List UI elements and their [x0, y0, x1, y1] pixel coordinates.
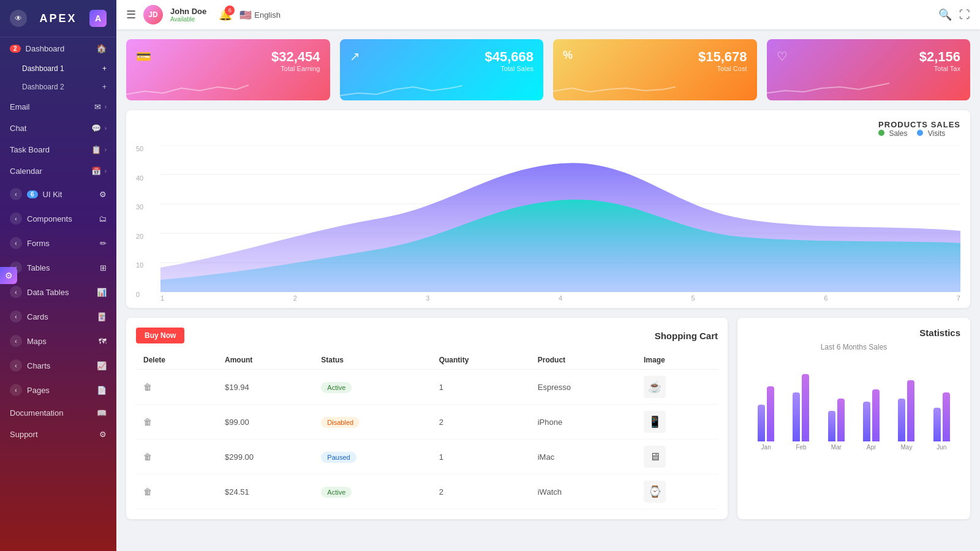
buy-now-button[interactable]: Buy Now — [136, 328, 184, 343]
bar-group: May — [892, 380, 920, 451]
image-cell: 🖥 — [636, 440, 718, 474]
table-row: 🗑 $299.00 Paused 1 iMac 🖥 — [136, 440, 718, 474]
calendar-icon: 📅 — [91, 167, 101, 176]
delete-icon[interactable]: 🗑 — [143, 452, 152, 462]
sidebar-item-dashboard[interactable]: 2 Dashboard 🏠 — [0, 37, 116, 59]
topbar-right: 🔍 ⛶ — [938, 8, 970, 21]
eye-toggle-button[interactable]: 👁 — [10, 10, 27, 27]
charts-collapse[interactable]: ‹ — [10, 359, 22, 372]
user-avatar: JD — [143, 5, 163, 24]
amount-cell: $99.00 — [217, 405, 314, 440]
sidebar-item-forms[interactable]: ‹ Forms ✏ — [0, 231, 116, 255]
sidebar-item-uikit[interactable]: ‹ 6 UI Kit ⚙ — [0, 182, 116, 206]
status-cell: Active — [314, 370, 431, 405]
col-status: Status — [314, 351, 431, 370]
forms-icon: ✏ — [100, 239, 107, 248]
chat-chevron: › — [105, 125, 107, 132]
datatables-collapse[interactable]: ‹ — [10, 286, 22, 298]
stat-card-tax: ♡ $2,156 Total Tax — [767, 39, 971, 100]
sidebar-item-chat[interactable]: Chat 💬 › — [0, 118, 116, 139]
content-area: 💳 $32,454 Total Earning ↗ $45,668 Total … — [116, 29, 980, 551]
table-row: 🗑 $99.00 Disabled 2 iPhone 📱 — [136, 405, 718, 440]
maps-collapse[interactable]: ‹ — [10, 335, 22, 347]
sidebar-item-taskboard[interactable]: Task Board 📋 › — [0, 139, 116, 160]
earning-amount: $32,454 — [271, 49, 320, 65]
cost-sparkline — [553, 76, 676, 100]
delete-icon[interactable]: 🗑 — [143, 487, 152, 497]
sidebar-item-calendar[interactable]: Calendar 📅 › — [0, 160, 116, 182]
bar-b — [872, 389, 880, 441]
quantity-cell: 2 — [432, 474, 530, 509]
tables-icon: ⊞ — [100, 263, 107, 272]
chart-legend: Sales Visits — [878, 129, 960, 138]
amount-cell: $299.00 — [217, 440, 314, 474]
bar-a — [758, 405, 765, 441]
status-badge: Disabled — [321, 417, 360, 428]
sidebar-item-tables[interactable]: ‹ Tables ⊞ — [0, 255, 116, 280]
sales-label: Total Sales — [484, 65, 533, 72]
bar-pair — [863, 389, 880, 441]
sidebar-item-email[interactable]: Email ✉ › — [0, 96, 116, 118]
product-image: 📱 — [644, 411, 666, 433]
earning-sparkline — [126, 76, 249, 100]
sidebar-item-components[interactable]: ‹ Components 🗂 — [0, 206, 116, 231]
settings-float-button[interactable]: ⚙ — [0, 267, 17, 284]
dashboard-badge: 2 — [10, 45, 21, 53]
area-chart-svg — [160, 145, 960, 292]
sidebar-item-dashboard2[interactable]: Dashboard 2 + — [0, 78, 116, 96]
stat-card-sales: ↗ $45,668 Total Sales — [340, 39, 544, 100]
product-cell: iWatch — [530, 474, 636, 509]
legend-visits: Visits — [917, 129, 945, 138]
bar-group: Mar — [823, 399, 850, 451]
pages-collapse[interactable]: ‹ — [10, 384, 22, 396]
status-cell: Active — [314, 474, 431, 509]
quantity-cell: 1 — [432, 370, 530, 405]
maps-label: Maps — [27, 337, 47, 346]
sidebar-item-pages[interactable]: ‹ Pages 📄 — [0, 378, 116, 402]
bar-group: Jun — [928, 392, 956, 451]
sidebar-item-documentation[interactable]: Documentation 📖 — [0, 402, 116, 424]
amount-cell: $24.51 — [217, 474, 314, 509]
sales-icon: ↗ — [350, 49, 360, 64]
notification-button[interactable]: 🔔 6 — [219, 8, 232, 21]
delete-cell: 🗑 — [136, 405, 217, 440]
bar-a — [933, 408, 941, 441]
col-amount: Amount — [217, 351, 314, 370]
col-product: Product — [530, 351, 636, 370]
components-collapse[interactable]: ‹ — [10, 212, 22, 225]
image-cell: ⌚ — [636, 474, 718, 509]
stats-subtitle: Last 6 Months Sales — [747, 343, 960, 351]
datatables-label: Data Tables — [27, 288, 69, 297]
sidebar-item-charts[interactable]: ‹ Charts 📈 — [0, 353, 116, 378]
product-cell: iPhone — [530, 405, 636, 440]
bar-a — [828, 411, 835, 441]
expand-button[interactable]: ⛶ — [959, 9, 970, 21]
cards-icon: 🃏 — [97, 312, 107, 321]
uikit-label: UI Kit — [43, 190, 62, 199]
topbar: ☰ JD John Doe Available 🔔 6 🇺🇸 English 🔍… — [116, 0, 980, 29]
language-selector[interactable]: 🇺🇸 English — [239, 9, 281, 21]
calendar-label: Calendar — [10, 167, 42, 176]
sidebar-item-cards[interactable]: ‹ Cards 🃏 — [0, 304, 116, 329]
sidebar-item-datatables[interactable]: ‹ Data Tables 📊 — [0, 280, 116, 304]
support-label: Support — [10, 430, 38, 439]
uikit-collapse[interactable]: ‹ — [10, 188, 22, 200]
stat-card-cost: % $15,678 Total Cost — [553, 39, 757, 100]
bar-pair — [898, 380, 914, 441]
sidebar-item-support[interactable]: Support ⚙ — [0, 424, 116, 445]
delete-icon[interactable]: 🗑 — [143, 417, 152, 427]
status-badge: Active — [321, 487, 352, 498]
table-header: Delete Amount Status Quantity Product Im… — [136, 351, 718, 370]
sidebar-item-dashboard1[interactable]: Dashboard 1 + — [0, 59, 116, 78]
bar-label: Feb — [796, 444, 806, 451]
forms-collapse[interactable]: ‹ — [10, 237, 22, 249]
status-cell: Disabled — [314, 405, 431, 440]
cards-collapse[interactable]: ‹ — [10, 310, 22, 323]
delete-icon[interactable]: 🗑 — [143, 382, 152, 392]
search-button[interactable]: 🔍 — [938, 8, 952, 21]
hamburger-button[interactable]: ☰ — [126, 8, 136, 21]
components-label: Components — [27, 214, 72, 223]
statistics-section: Statistics Last 6 Months Sales Jan Feb M… — [737, 318, 970, 519]
tax-amount: $2,156 — [919, 49, 960, 65]
sidebar-item-maps[interactable]: ‹ Maps 🗺 — [0, 329, 116, 353]
